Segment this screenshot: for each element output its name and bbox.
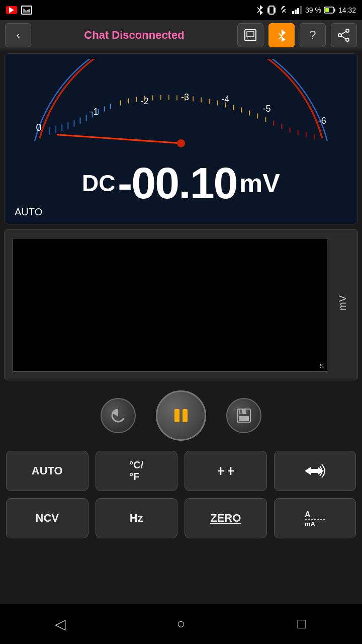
share-icon xyxy=(337,29,350,42)
bluetooth-button[interactable] xyxy=(268,23,295,47)
gallery-icon xyxy=(21,6,32,15)
transport-row xyxy=(101,390,261,441)
hz-button[interactable]: Hz xyxy=(96,498,178,538)
nav-bar: ◁ ○ □ xyxy=(0,604,362,644)
svg-text:A: A xyxy=(305,510,311,519)
svg-rect-69 xyxy=(240,410,242,414)
hz-label: Hz xyxy=(130,512,143,525)
zero-label: ZERO xyxy=(210,512,241,525)
nav-recent-icon: □ xyxy=(298,616,306,632)
fullscreen-button[interactable]: ⊡ xyxy=(237,23,263,47)
status-bar-left xyxy=(6,6,32,15)
header: ‹ Chat Disconnected ⊡ ? xyxy=(0,20,362,50)
clock: 14:32 xyxy=(338,6,356,14)
svg-point-62 xyxy=(177,139,185,147)
youtube-icon xyxy=(6,6,17,14)
svg-point-15 xyxy=(338,34,341,37)
temp-button[interactable]: °C/°F xyxy=(96,451,178,491)
battery-icon xyxy=(324,7,335,14)
svg-rect-64 xyxy=(174,409,179,422)
reset-icon xyxy=(110,407,127,424)
status-bar: 39 % 14:32 xyxy=(0,0,362,20)
wifi-icon xyxy=(279,6,289,14)
gauge-area: 0 -1 -2 -3 -4 -5 -6 xyxy=(10,59,352,149)
meter-display: 0 -1 -2 -3 -4 -5 -6 xyxy=(4,53,358,224)
header-title: Chat Disconnected xyxy=(36,29,232,42)
graph-y-axis: mV xyxy=(327,230,357,380)
status-bar-right: 39 % 14:32 xyxy=(256,5,356,15)
reset-button[interactable] xyxy=(101,398,136,433)
svg-text:⊡: ⊡ xyxy=(247,36,251,40)
help-button[interactable]: ? xyxy=(300,23,326,47)
bluetooth-icon xyxy=(256,5,264,15)
nav-back-button[interactable]: ◁ xyxy=(40,609,80,639)
svg-rect-68 xyxy=(239,416,249,421)
hold-icon xyxy=(216,462,236,480)
svg-rect-3 xyxy=(292,11,294,14)
ncv-label: NCV xyxy=(36,512,59,525)
back-button[interactable]: ‹ xyxy=(5,23,31,47)
svg-line-61 xyxy=(57,135,181,143)
meter-mode: DC xyxy=(82,170,115,196)
svg-text:mA: mA xyxy=(305,520,316,527)
meter-unit: mV xyxy=(239,169,280,198)
svg-rect-6 xyxy=(300,6,302,14)
svg-line-16 xyxy=(341,31,346,34)
svg-line-17 xyxy=(341,36,346,39)
graph-y-label: mV xyxy=(337,295,348,310)
zero-button[interactable]: ZERO xyxy=(185,498,267,538)
amps-button[interactable]: A mA xyxy=(274,498,356,538)
svg-rect-8 xyxy=(325,8,329,12)
amps-icon: A mA xyxy=(304,509,326,527)
svg-point-13 xyxy=(346,29,349,32)
signal-icon xyxy=(292,6,302,14)
function-buttons-grid: AUTO °C/°F NCV xyxy=(6,451,356,538)
graph-section: s mV xyxy=(4,229,358,380)
save-icon xyxy=(235,407,252,424)
svg-text:0: 0 xyxy=(36,122,42,133)
back-icon: ‹ xyxy=(17,29,20,41)
save-button[interactable] xyxy=(226,398,261,433)
pause-button[interactable] xyxy=(156,390,206,441)
svg-rect-5 xyxy=(297,8,299,14)
meter-value: -00.10 xyxy=(118,158,237,208)
graph-x-label: s xyxy=(320,361,324,370)
svg-rect-2 xyxy=(275,8,276,13)
hold-button[interactable] xyxy=(185,451,267,491)
svg-text:-6: -6 xyxy=(318,116,326,126)
bt-icon xyxy=(276,29,287,42)
auto-label: AUTO xyxy=(32,464,63,477)
temp-label: °C/°F xyxy=(129,459,143,482)
svg-rect-4 xyxy=(295,10,297,14)
pause-icon xyxy=(170,405,192,426)
auto-button[interactable]: AUTO xyxy=(6,451,88,491)
battery-percent: 39 % xyxy=(305,6,321,14)
fullscreen-icon: ⊡ xyxy=(244,29,257,42)
rel-button[interactable] xyxy=(274,451,356,491)
svg-rect-9 xyxy=(334,9,335,12)
rel-icon xyxy=(304,462,326,480)
svg-text:-5: -5 xyxy=(262,104,270,114)
svg-rect-1 xyxy=(267,8,268,13)
share-button[interactable] xyxy=(331,23,357,47)
graph-canvas[interactable]: s xyxy=(13,238,327,372)
svg-rect-65 xyxy=(183,409,188,422)
gauge-svg: 0 -1 -2 -3 -4 -5 -6 xyxy=(10,59,352,149)
meter-range: AUTO xyxy=(15,206,42,218)
nav-home-icon: ○ xyxy=(177,616,186,632)
vibrate-icon xyxy=(267,5,276,15)
meter-value-area: DC -00.10 mV xyxy=(5,157,357,209)
ncv-button[interactable]: NCV xyxy=(6,498,88,538)
help-icon: ? xyxy=(309,28,316,42)
svg-rect-0 xyxy=(269,6,274,14)
svg-text:-1: -1 xyxy=(90,107,98,117)
nav-recent-button[interactable]: □ xyxy=(282,609,322,639)
svg-point-14 xyxy=(346,38,349,41)
controls-section: AUTO °C/°F NCV xyxy=(0,382,362,604)
nav-back-icon: ◁ xyxy=(55,616,66,632)
nav-home-button[interactable]: ○ xyxy=(161,609,201,639)
